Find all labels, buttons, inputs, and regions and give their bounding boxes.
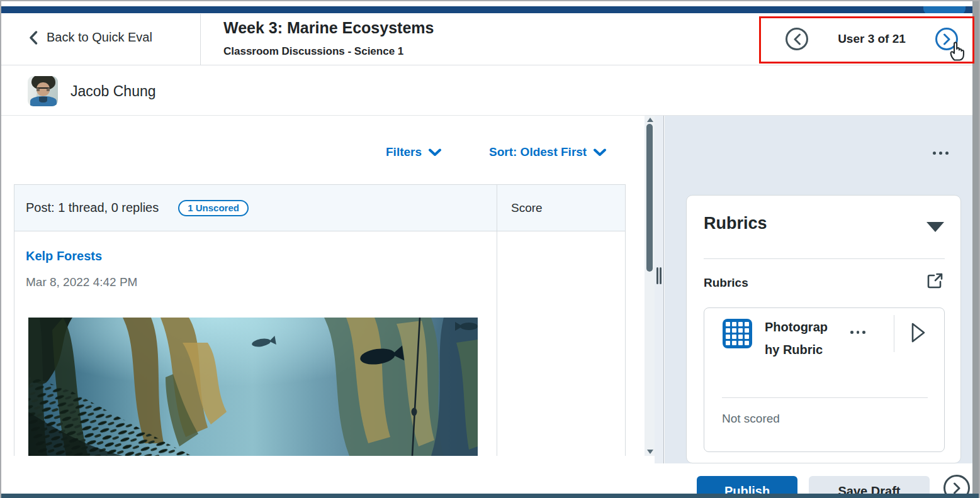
user-name: Jacob Chung xyxy=(70,83,156,100)
item-divider xyxy=(722,397,928,398)
chevron-right-icon xyxy=(953,482,961,494)
evaluation-footer: Publish Save Draft xyxy=(655,463,972,498)
card-divider xyxy=(704,258,945,259)
content-scrollbar-thumb[interactable] xyxy=(646,124,653,272)
hand-cursor-icon xyxy=(948,39,967,62)
window-scrollbar[interactable] xyxy=(972,1,979,497)
unscored-badge: 1 Unscored xyxy=(178,200,249,216)
ellipsis-icon xyxy=(945,152,949,155)
filters-dropdown[interactable]: Filters xyxy=(386,145,441,159)
avatar xyxy=(28,76,58,106)
rubric-status: Not scored xyxy=(722,412,780,426)
collapse-section-icon[interactable] xyxy=(926,222,944,232)
post-timestamp: Mar 8, 2022 4:42 PM xyxy=(26,275,137,289)
score-header-label: Score xyxy=(511,201,543,215)
rubrics-card: Rubrics Rubrics Photography Rubric Not s… xyxy=(686,195,961,463)
back-to-quick-eval-link[interactable]: Back to Quick Eval xyxy=(29,30,152,45)
external-link-icon[interactable] xyxy=(926,272,943,290)
score-column-divider xyxy=(497,231,497,456)
item-divider xyxy=(894,315,894,352)
avatar-collar xyxy=(39,97,47,102)
resize-grip-bar xyxy=(656,267,658,284)
header-divider xyxy=(200,14,201,65)
posts-table: Post: 1 thread, 0 replies 1 Unscored Sco… xyxy=(14,184,626,456)
post-summary-cell: Post: 1 thread, 0 replies 1 Unscored xyxy=(14,185,497,231)
chevron-left-icon xyxy=(793,33,801,45)
rubric-list-item: Photography Rubric Not scored xyxy=(704,307,945,452)
posts-table-header: Post: 1 thread, 0 replies 1 Unscored Sco… xyxy=(14,184,626,231)
rubrics-subsection-title: Rubrics xyxy=(704,276,748,290)
window-bottom-edge xyxy=(1,494,979,498)
ellipsis-icon xyxy=(850,331,853,334)
panel-overflow-menu[interactable] xyxy=(933,152,949,155)
previous-user-button[interactable] xyxy=(786,28,808,50)
post-image-kelp-forest xyxy=(28,318,478,456)
score-header-cell: Score xyxy=(497,185,625,231)
top-navigation-bar xyxy=(1,6,972,13)
chevron-left-icon xyxy=(29,31,38,45)
user-count-label: User 3 of 21 xyxy=(818,32,925,46)
rubric-grid-icon xyxy=(723,319,752,348)
back-link-label: Back to Quick Eval xyxy=(47,30,152,45)
avatar-glasses xyxy=(37,87,50,91)
resize-grip-bar xyxy=(660,267,662,284)
panel-resize-gutter[interactable] xyxy=(655,116,664,463)
sort-dropdown[interactable]: Sort: Oldest First xyxy=(489,145,606,159)
expand-rubric-icon[interactable] xyxy=(910,322,926,343)
ellipsis-icon xyxy=(939,152,942,155)
rubric-overflow-menu[interactable] xyxy=(850,331,865,334)
scroll-down-arrow-icon[interactable] xyxy=(647,450,653,454)
filters-label: Filters xyxy=(386,145,422,159)
ellipsis-icon xyxy=(862,331,865,334)
rubric-name-link[interactable]: Photography Rubric xyxy=(765,316,830,361)
app-window: Back to Quick Eval Week 3: Marine Ecosys… xyxy=(0,0,980,498)
rubrics-section-title: Rubrics xyxy=(704,214,767,233)
scroll-up-arrow-icon[interactable] xyxy=(647,118,653,122)
page-subtitle: Classroom Discussions - Science 1 xyxy=(223,45,403,58)
ellipsis-icon xyxy=(933,152,936,155)
ellipsis-icon xyxy=(857,331,860,334)
post-summary-label: Post: 1 thread, 0 replies xyxy=(26,201,159,215)
post-title-link[interactable]: Kelp Forests xyxy=(26,249,102,263)
posts-table-body: Kelp Forests Mar 8, 2022 4:42 PM xyxy=(14,231,626,456)
sort-label: Sort: Oldest First xyxy=(489,145,587,159)
chevron-down-icon xyxy=(594,148,606,157)
kelp-forest-art xyxy=(28,318,478,456)
chevron-down-icon xyxy=(429,148,441,157)
page-title: Week 3: Marine Ecosystems xyxy=(223,19,434,37)
